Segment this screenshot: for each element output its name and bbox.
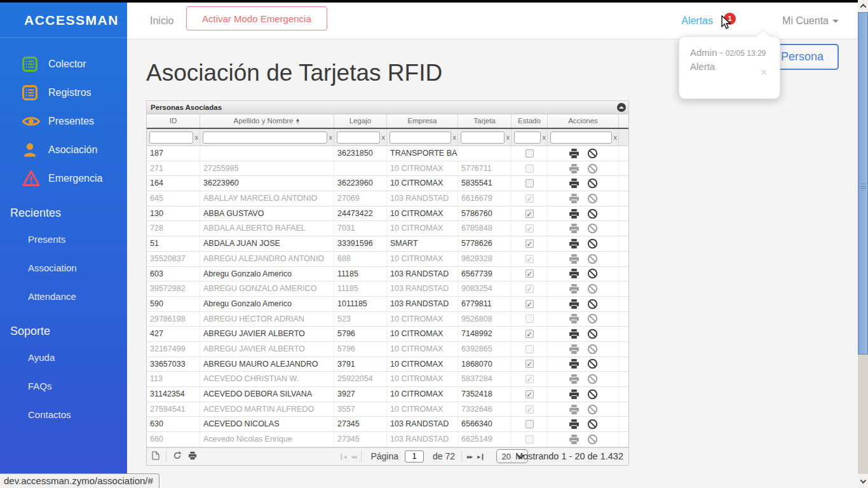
print-icon[interactable] — [569, 268, 580, 279]
print-icon[interactable] — [569, 254, 580, 264]
refresh-icon[interactable] — [173, 451, 182, 462]
alerts-badge[interactable]: 1 — [724, 13, 736, 25]
page-number-input[interactable] — [405, 451, 424, 463]
ban-icon[interactable] — [587, 178, 598, 189]
sidebar-item-ayuda[interactable]: Ayuda — [0, 343, 127, 372]
print-icon[interactable] — [569, 238, 580, 249]
table-row[interactable]: 603 Abregu Gonzalo Americo 11185 103 RAN… — [147, 267, 628, 282]
ban-icon[interactable] — [587, 389, 598, 400]
first-page-icon[interactable]: ❙◂ — [339, 453, 346, 460]
print-icon[interactable] — [569, 434, 580, 445]
print-icon[interactable] — [569, 374, 580, 384]
filter-clear-button[interactable]: x — [195, 133, 199, 141]
table-row[interactable]: 728 ABDALA ALBERTO RAFAEL 7031 10 CITROM… — [147, 221, 628, 236]
filter-clear-button[interactable]: x — [614, 133, 618, 141]
sidebar-item-association[interactable]: Association — [0, 254, 127, 282]
estado-checkbox[interactable] — [526, 179, 534, 187]
table-row[interactable]: 660 Acevedo Nicolas Enrique 27345 103 RA… — [147, 432, 628, 447]
ban-icon[interactable] — [587, 148, 598, 159]
sidebar-item-attendance[interactable]: Attendance — [0, 282, 127, 311]
filter-input-estado[interactable] — [514, 132, 541, 144]
table-row[interactable]: 590 Abregu Gonzalo Americo 1011185 103 R… — [147, 297, 628, 312]
column-header-id[interactable]: ID — [147, 114, 200, 128]
print-icon[interactable] — [569, 193, 580, 204]
prev-page-icon[interactable]: ◂◂ — [351, 453, 356, 460]
table-row[interactable]: 35520837 ABREGU ALEJANDRO ANTONIO 688 10… — [147, 252, 628, 267]
column-header-tarjeta[interactable]: Tarjeta — [458, 114, 512, 128]
print-icon[interactable] — [569, 329, 580, 339]
filter-clear-button[interactable]: x — [329, 133, 333, 141]
estado-checkbox[interactable] — [526, 315, 534, 323]
print-icon[interactable] — [569, 389, 580, 400]
table-row[interactable]: 31142354 ACEVEDO DEBORA SILVANA 3927 10 … — [147, 387, 628, 402]
estado-checkbox[interactable]: ✓ — [526, 300, 534, 308]
print-icon[interactable] — [569, 148, 580, 159]
print-icon[interactable] — [569, 299, 580, 309]
ban-icon[interactable] — [587, 238, 598, 249]
filter-input-legajo[interactable] — [337, 132, 380, 144]
scroll-up-button[interactable] — [858, 0, 868, 12]
filter-clear-button[interactable]: x — [453, 133, 457, 141]
table-row[interactable]: 645 ABALLAY MARCELO ANTONIO 27069 103 RA… — [147, 191, 628, 207]
sidebar-item-colector[interactable]: Colector — [0, 50, 127, 78]
print-icon[interactable] — [569, 404, 580, 415]
filter-input-tarjeta[interactable] — [461, 132, 505, 144]
ban-icon[interactable] — [587, 268, 598, 279]
ban-icon[interactable] — [587, 193, 598, 204]
print-icon[interactable] — [569, 223, 580, 234]
ban-icon[interactable] — [587, 299, 598, 309]
estado-checkbox[interactable] — [526, 435, 534, 444]
table-row[interactable]: 29786198 ABREGU HECTOR ADRIAN 523 10 CIT… — [147, 312, 628, 327]
account-menu[interactable]: Mi Cuenta — [782, 15, 839, 27]
print-icon[interactable] — [569, 178, 580, 189]
column-header-estado[interactable]: Estado — [512, 114, 548, 128]
table-row[interactable]: 33657033 ABREGU MAURO ALEJANDRO 3791 10 … — [147, 357, 628, 372]
table-row[interactable]: 164 36223960 36223960 10 CITROMAX 583554… — [147, 176, 628, 191]
emergency-mode-button[interactable]: Activar Modo Emergencia — [186, 6, 327, 30]
sidebar-item-presentes[interactable]: Presentes — [0, 107, 127, 135]
table-row[interactable]: 187 36231850 TRANSPORTE BARSYS — [147, 146, 628, 161]
column-header-acciones[interactable]: Acciones — [548, 114, 619, 128]
estado-checkbox[interactable]: ✓ — [526, 405, 534, 414]
print-icon[interactable] — [569, 163, 580, 174]
last-page-icon[interactable]: ▸❙ — [477, 453, 484, 460]
table-row[interactable]: 271 27255985 10 CITROMAX 5776711 — [147, 161, 628, 177]
table-row[interactable]: 130 ABBA GUSTAVO 24473422 10 CITROMAX 57… — [147, 207, 628, 222]
ban-icon[interactable] — [587, 208, 598, 219]
estado-checkbox[interactable] — [526, 165, 534, 173]
filter-input-acciones[interactable] — [550, 132, 612, 144]
print-icon[interactable] — [569, 283, 580, 294]
estado-checkbox[interactable]: ✓ — [526, 375, 534, 383]
estado-checkbox[interactable]: ✓ — [526, 194, 534, 203]
print-icon[interactable] — [569, 344, 580, 355]
estado-checkbox[interactable]: ✓ — [526, 224, 534, 233]
filter-input-apellido-y-nombre[interactable] — [203, 132, 327, 144]
column-header-empresa[interactable]: Empresa — [387, 114, 458, 128]
nav-inicio[interactable]: Inicio — [150, 15, 173, 27]
table-row[interactable]: 27594541 ACEVEDO MARTIN ALFREDO 3557 10 … — [147, 402, 628, 417]
estado-checkbox[interactable] — [526, 420, 534, 428]
ban-icon[interactable] — [587, 344, 598, 355]
column-header-apellido-y-nombre[interactable]: Apellido y Nombre▲▼ — [200, 114, 334, 128]
filter-clear-button[interactable]: x — [543, 133, 546, 141]
estado-checkbox[interactable]: ✓ — [526, 269, 534, 278]
estado-checkbox[interactable]: ✓ — [526, 360, 534, 368]
new-record-icon[interactable] — [152, 451, 159, 462]
alerts-link[interactable]: Alertas — [681, 15, 713, 27]
ban-icon[interactable] — [587, 329, 598, 339]
filter-input-id[interactable] — [149, 132, 193, 144]
sidebar-item-emergencia[interactable]: Emergencia — [0, 164, 127, 193]
table-row[interactable]: 39572982 ABREGU GONZALO AMERICO 11185 10… — [147, 281, 628, 297]
estado-checkbox[interactable]: ✓ — [526, 330, 534, 338]
sidebar-item-presents[interactable]: Presents — [0, 225, 127, 254]
table-row[interactable]: 630 ACEVEDO NICOLAS 27345 103 RANDSTAD 6… — [147, 417, 628, 432]
ban-icon[interactable] — [587, 358, 598, 369]
print-icon[interactable] — [569, 358, 580, 369]
ban-icon[interactable] — [587, 419, 598, 430]
next-page-icon[interactable]: ▸▸ — [467, 453, 472, 460]
scroll-down-button[interactable] — [858, 474, 868, 488]
sidebar-item-asociacion[interactable]: Asociación — [0, 135, 127, 164]
page-scrollbar[interactable] — [858, 0, 868, 488]
sidebar-item-faqs[interactable]: FAQs — [0, 372, 127, 400]
table-row[interactable]: 427 ABREGU JAVIER ALBERTO 5796 10 CITROM… — [147, 327, 628, 342]
